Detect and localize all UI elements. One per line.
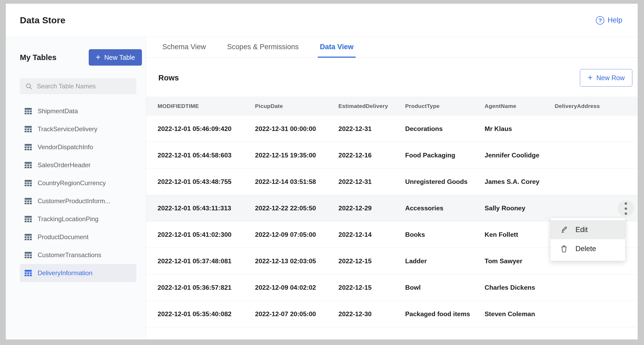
new-table-label: New Table	[104, 54, 135, 61]
table-name-label: SalesOrderHeader	[38, 161, 91, 169]
table-cell: 2022-12-22 22:05:50	[255, 205, 338, 212]
table-cell: 2022-12-01 05:46:09:420	[158, 125, 255, 133]
tab-data-view[interactable]: Data View	[318, 37, 356, 58]
search-icon	[25, 83, 33, 90]
table-cell: 2022-12-01 05:43:11:313	[158, 205, 255, 212]
column-header: DeliveryAddress	[555, 103, 638, 109]
column-header: ProductType	[405, 103, 485, 109]
view-tabs: Schema View Scopes & Permissions Data Vi…	[146, 37, 638, 58]
table-name-label: ShipmentData	[38, 107, 78, 115]
table-cell: 2022-12-09 04:02:02	[255, 284, 338, 291]
table-cell: 2022-12-01 05:35:40:082	[158, 310, 255, 318]
table-grid-icon	[25, 180, 32, 187]
table-cell: 2022-12-14	[338, 231, 405, 238]
data-store-window: Data Store ? Help My Tables + New Table	[6, 4, 638, 339]
table-cell: 2022-12-29	[338, 205, 405, 212]
table-cell: Charles Dickens	[485, 284, 555, 291]
search-table-input[interactable]	[37, 83, 131, 90]
sidebar-item-shipmentdata[interactable]: ShipmentData	[20, 102, 136, 120]
table-cell: Food Packaging	[405, 152, 485, 159]
column-header: AgentName	[485, 103, 555, 109]
table-cell: 2022-12-15	[338, 257, 405, 265]
table-cell: Tom Sawyer	[485, 257, 555, 265]
table-grid-icon	[25, 198, 32, 205]
table-row: 2022-12-01 05:43:48:7552022-12-14 03:51:…	[146, 169, 638, 195]
sidebar-item-customerproductinform-[interactable]: CustomerProductInform...	[20, 192, 136, 210]
table-cell: Sally Rooney	[485, 205, 555, 212]
table-name-label: CustomerTransactions	[38, 251, 101, 259]
table-list: ShipmentData TrackServiceDelivery Vendor…	[20, 102, 142, 282]
table-search-box	[20, 78, 136, 94]
tab-scopes-permissions[interactable]: Scopes & Permissions	[225, 37, 301, 58]
table-name-label: ProductDocument	[38, 233, 88, 241]
table-cell: 2022-12-16	[338, 152, 405, 159]
help-link[interactable]: ? Help	[596, 16, 622, 25]
page-title: Data Store	[20, 15, 65, 25]
trash-icon	[560, 245, 568, 253]
table-cell: 2022-12-31	[338, 125, 405, 133]
table-name-label: TrackServiceDelivery	[38, 125, 97, 133]
column-header: MODIFIEDTIME	[158, 103, 255, 109]
table-grid-icon	[25, 216, 32, 223]
tab-schema-view[interactable]: Schema View	[160, 37, 208, 58]
table-cell: Mr Klaus	[485, 125, 555, 133]
edit-label: Edit	[575, 226, 588, 234]
table-cell: 2022-12-31	[338, 178, 405, 185]
table-cell: 2022-12-15 19:35:00	[255, 152, 338, 159]
table-cell: 2022-12-14 03:51:58	[255, 178, 338, 185]
pencil-icon	[560, 226, 568, 234]
top-header: Data Store ? Help	[6, 4, 638, 37]
table-cell: 2022-12-09 07:05:00	[255, 231, 338, 238]
table-cell: James S.A. Corey	[485, 178, 555, 185]
table-cell: 2022-12-30	[338, 310, 405, 318]
table-row: 2022-12-01 05:35:40:0822022-12-07 20:05:…	[146, 301, 638, 327]
table-cell: Unregistered Goods	[405, 178, 485, 185]
sidebar-item-trackinglocationping[interactable]: TrackingLocationPing	[20, 210, 136, 228]
plus-icon: +	[588, 73, 593, 82]
sidebar-item-salesorderheader[interactable]: SalesOrderHeader	[20, 156, 136, 174]
sidebar-item-customertransactions[interactable]: CustomerTransactions	[20, 246, 136, 264]
sidebar-item-trackservicedelivery[interactable]: TrackServiceDelivery	[20, 120, 136, 138]
table-grid-icon	[25, 270, 32, 276]
table-cell: 2022-12-01 05:44:58:603	[158, 152, 255, 159]
table-name-label: CountryRegionCurrency	[38, 179, 106, 187]
table-grid-icon	[25, 108, 32, 115]
sidebar-item-productdocument[interactable]: ProductDocument	[20, 228, 136, 246]
table-name-label: TrackingLocationPing	[38, 215, 99, 223]
row-context-menu: Edit Delete	[550, 218, 625, 261]
new-row-label: New Row	[596, 74, 625, 82]
column-header: EstimatedDelivery	[338, 103, 405, 109]
plus-icon: +	[96, 53, 101, 61]
edit-menu-item[interactable]: Edit	[551, 220, 625, 239]
table-cell: Jennifer Coolidge	[485, 152, 555, 159]
new-row-button[interactable]: + New Row	[580, 69, 632, 87]
help-label: Help	[607, 16, 622, 24]
table-name-label: VendorDispatchInfo	[38, 143, 93, 151]
sidebar-item-deliveryinformation[interactable]: DeliveryInformation	[20, 264, 136, 282]
table-cell: 2022-12-01 05:41:02:300	[158, 231, 255, 238]
table-cell: 2022-12-13 02:03:05	[255, 257, 338, 265]
dots-vertical-icon	[625, 202, 627, 205]
delete-menu-item[interactable]: Delete	[551, 239, 625, 258]
table-header-row: MODIFIEDTIMEPicupDateEstimatedDeliveryPr…	[146, 97, 638, 116]
table-cell: 2022-12-01 05:43:48:755	[158, 178, 255, 185]
table-cell: Steven Coleman	[485, 310, 555, 318]
new-table-button[interactable]: + New Table	[89, 49, 142, 66]
table-cell: Packaged food items	[405, 310, 485, 318]
sidebar-item-countryregioncurrency[interactable]: CountryRegionCurrency	[20, 174, 136, 192]
table-grid-icon	[25, 252, 32, 258]
table-row: 2022-12-01 05:44:58:6032022-12-15 19:35:…	[146, 142, 638, 169]
table-cell: 2022-12-15	[338, 284, 405, 291]
sidebar-item-vendordispatchinfo[interactable]: VendorDispatchInfo	[20, 138, 136, 156]
main-panel: Schema View Scopes & Permissions Data Vi…	[146, 37, 638, 339]
table-cell: 2022-12-07 20:05:00	[255, 310, 338, 318]
table-cell: Bowl	[405, 284, 485, 291]
tables-sidebar: My Tables + New Table ShipmentData	[6, 37, 146, 339]
question-circle-icon: ?	[596, 16, 604, 25]
table-name-label: CustomerProductInform...	[38, 197, 110, 205]
table-cell: Ladder	[405, 257, 485, 265]
rows-table: MODIFIEDTIMEPicupDateEstimatedDeliveryPr…	[146, 97, 638, 327]
table-grid-icon	[25, 162, 32, 169]
row-actions-button[interactable]	[618, 200, 634, 217]
delete-label: Delete	[575, 245, 596, 253]
